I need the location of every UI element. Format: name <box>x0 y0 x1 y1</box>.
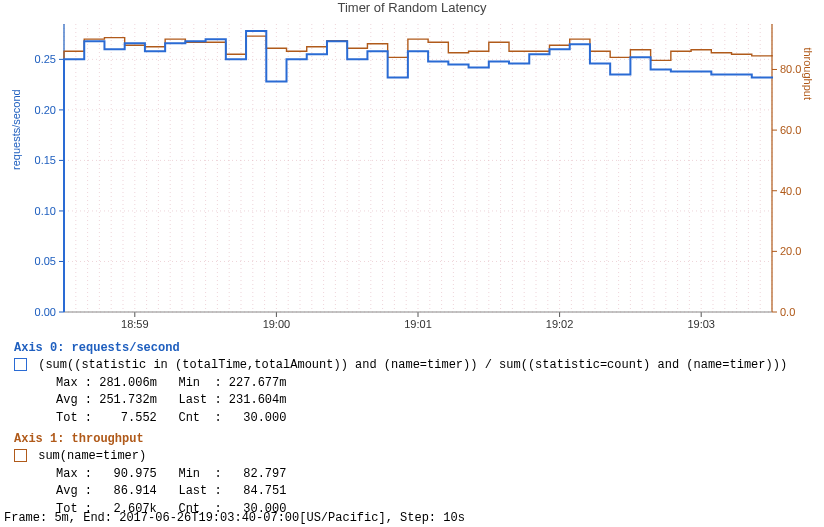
axis0-tot: 7.552 <box>121 411 157 425</box>
axis1-stats-row2: Avg : 86.914 Last : 84.751 <box>14 483 810 500</box>
axis0-last: 231.604m <box>229 393 287 407</box>
metrics-panel: { "chart_data": { "type": "line", "title… <box>0 0 824 527</box>
axis1-avg: 86.914 <box>114 484 157 498</box>
chart-plot: 0.000.050.100.150.200.250.020.040.060.08… <box>0 18 824 336</box>
axis1-last: 84.751 <box>243 484 286 498</box>
svg-text:0.10: 0.10 <box>35 205 56 217</box>
axis0-cnt: 30.000 <box>243 411 286 425</box>
axis0-max: 281.006m <box>99 376 157 390</box>
svg-text:19:02: 19:02 <box>546 318 574 330</box>
axis1-max: 90.975 <box>114 467 157 481</box>
axis1-series-label: sum(name=timer) <box>38 449 146 463</box>
svg-text:19:03: 19:03 <box>687 318 715 330</box>
axis1-stats-row1: Max : 90.975 Min : 82.797 <box>14 466 810 483</box>
axis0-series-row: (sum((statistic in (totalTime,totalAmoun… <box>14 357 810 374</box>
svg-text:0.05: 0.05 <box>35 255 56 267</box>
axis1-swatch <box>14 449 27 462</box>
svg-text:0.0: 0.0 <box>780 306 795 318</box>
svg-text:19:01: 19:01 <box>404 318 432 330</box>
svg-text:0.00: 0.00 <box>35 306 56 318</box>
svg-text:0.15: 0.15 <box>35 154 56 166</box>
axis1-min: 82.797 <box>243 467 286 481</box>
svg-text:0.25: 0.25 <box>35 53 56 65</box>
frame-info: Frame: 5m, End: 2017-06-26T19:03:40-07:0… <box>4 511 465 525</box>
chart-title: Timer of Random Latency <box>0 0 824 15</box>
axis0-max-lbl: Max : <box>56 376 99 390</box>
svg-text:19:00: 19:00 <box>263 318 291 330</box>
svg-text:20.0: 20.0 <box>780 245 801 257</box>
axis0-title: Axis 0: requests/second <box>14 340 810 357</box>
chart-svg: 0.000.050.100.150.200.250.020.040.060.08… <box>0 18 824 336</box>
svg-text:80.0: 80.0 <box>780 63 801 75</box>
axis0-avg: 251.732m <box>99 393 157 407</box>
axis1-title: Axis 1: throughput <box>14 431 810 448</box>
axis0-stats-row2: Avg : 251.732m Last : 231.604m <box>14 392 810 409</box>
legend-block: Axis 0: requests/second (sum((statistic … <box>14 340 810 518</box>
axis0-stats-row1: Max : 281.006m Min : 227.677m <box>14 375 810 392</box>
svg-text:40.0: 40.0 <box>780 185 801 197</box>
axis0-stats-row3: Tot : 7.552 Cnt : 30.000 <box>14 410 810 427</box>
svg-text:0.20: 0.20 <box>35 104 56 116</box>
svg-text:18:59: 18:59 <box>121 318 149 330</box>
axis0-series-label: (sum((statistic in (totalTime,totalAmoun… <box>38 358 787 372</box>
axis0-swatch <box>14 358 27 371</box>
axis0-min: 227.677m <box>229 376 287 390</box>
axis1-series-row: sum(name=timer) <box>14 448 810 465</box>
svg-text:60.0: 60.0 <box>780 124 801 136</box>
